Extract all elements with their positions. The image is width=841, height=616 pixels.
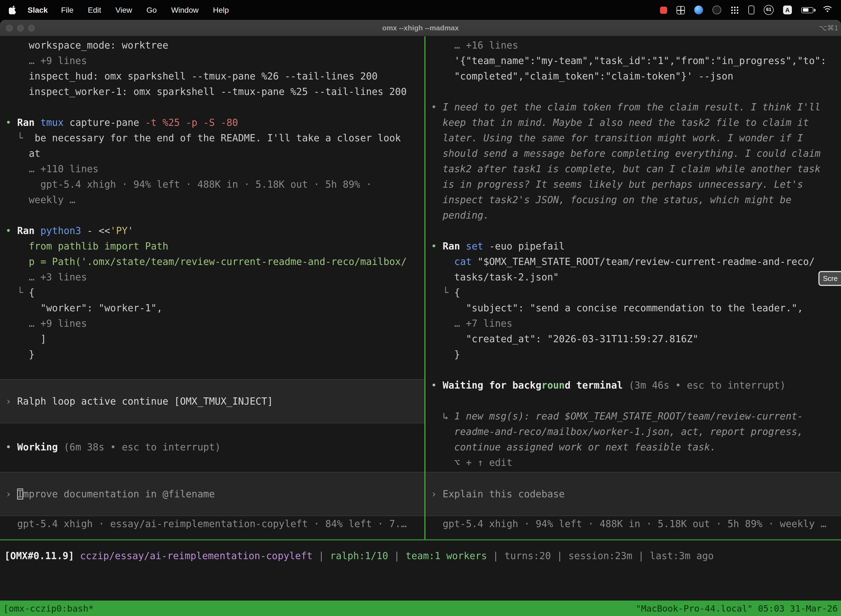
tmux-status-bar: [omx-cczip0:bash* "MacBook-Pro-44.local"… — [0, 601, 841, 616]
terminal-line: tasks/task-2.json" — [431, 269, 841, 285]
terminal-line: later. Using the same for transition mig… — [431, 130, 841, 146]
terminal-line: ] — [6, 331, 424, 347]
battery-fill — [803, 8, 809, 12]
terminal-blank-line — [431, 84, 841, 99]
tmux-host-clock: "MacBook-Pro-44.local" 05:03 31-Mar-26 — [636, 603, 838, 613]
terminal-window: omx --xhigh --madmax ⌥⌘1 workspace_mode:… — [0, 20, 841, 616]
terminal-line: at — [6, 146, 424, 161]
device-icon[interactable] — [748, 6, 755, 14]
terminal-line: ↳ 1 new msg(s): read $OMX_TEAM_STATE_ROO… — [431, 408, 841, 424]
pane-bottom-border — [0, 539, 841, 540]
terminal-line: '{"team_name":"my-team","task_id":"1","f… — [431, 53, 841, 69]
terminal-line: └ { — [6, 285, 424, 300]
terminal-line: … +3 lines — [6, 269, 424, 285]
terminal-line: is in progress? It seems likely but perh… — [431, 177, 841, 192]
screen: Slack FileEditViewGoWindowHelp 61 A — [0, 0, 841, 616]
terminal-blank-line — [431, 223, 841, 238]
blue-app-icon[interactable] — [694, 6, 703, 14]
terminal-line: gpt-5.4 xhigh · 94% left · 488K in · 5.1… — [6, 177, 424, 192]
menu-item-edit[interactable]: Edit — [88, 6, 101, 14]
input-source-icon[interactable]: A — [783, 6, 792, 14]
terminal-line: cat "$OMX_TEAM_STATE_ROOT/team/review-cu… — [431, 254, 841, 269]
window-title: omx --xhigh --madmax — [0, 24, 841, 32]
tmux-pane-left[interactable]: workspace_mode: worktree … +9 lines insp… — [0, 37, 424, 539]
terminal-line: … +110 lines — [6, 161, 424, 177]
terminal-line: "completed","claim_token":"claim-token"}… — [431, 69, 841, 84]
terminal-line: weekly … — [6, 192, 424, 208]
terminal-blank-line — [431, 393, 841, 408]
battery-icon[interactable] — [801, 7, 813, 13]
terminal-line: should send a message before completing … — [431, 146, 841, 161]
dark-app-icon[interactable] — [712, 6, 721, 14]
apps-grid-icon[interactable] — [731, 6, 739, 14]
screen-recording-stop-icon[interactable] — [660, 6, 667, 13]
menu-item-help[interactable]: Help — [213, 6, 229, 14]
terminal-line: "created_at": "2026-03-31T11:59:27.816Z" — [431, 331, 841, 347]
menu-bar: Slack FileEditViewGoWindowHelp 61 A — [0, 0, 841, 20]
terminal-line: … +9 lines — [6, 316, 424, 331]
prompt-input-box[interactable]: › Ralph loop active continue [OMX_TMUX_I… — [0, 379, 424, 423]
terminal-content: workspace_mode: worktree … +9 lines insp… — [0, 37, 841, 539]
menu-item-file[interactable]: File — [61, 6, 73, 14]
terminal-line: ⌥ + ↑ edit — [431, 455, 841, 470]
prompt-input-box[interactable]: › Improve documentation in @filename — [0, 472, 424, 516]
terminal-blank-line — [431, 362, 841, 378]
menu-status-icons: 61 A — [660, 5, 832, 15]
terminal-line: readme-and-reco/mailbox/worker-1.json, a… — [431, 424, 841, 439]
terminal-line: • Waiting for background terminal (3m 46… — [431, 378, 841, 393]
menu-item-window[interactable]: Window — [171, 6, 199, 14]
tmux-pane-right[interactable]: … +16 lines '{"team_name":"my-team","tas… — [425, 37, 841, 539]
menu-item-go[interactable]: Go — [147, 6, 157, 14]
screen-capture-overlay: Scre — [819, 271, 841, 286]
terminal-line: inspect_worker-1: omx sparkshell --tmux-… — [6, 84, 424, 99]
minimize-button[interactable] — [17, 25, 24, 31]
window-shortcut-hint: ⌥⌘1 — [819, 24, 838, 32]
terminal-blank-line — [6, 208, 424, 223]
prompt-input-box[interactable]: › Explain this codebase — [425, 472, 841, 516]
terminal-line: "subject": "send a concise recommendatio… — [431, 300, 841, 316]
menu-app-name[interactable]: Slack — [28, 6, 48, 14]
traffic-lights — [0, 25, 35, 31]
terminal-line: "worker": "worker-1", — [6, 300, 424, 316]
terminal-line: p = Path('.omx/state/team/review-current… — [6, 254, 424, 269]
close-button[interactable] — [6, 25, 13, 31]
terminal-line: inspect task2's JSON, focusing on the st… — [431, 192, 841, 208]
terminal-line: └ { — [431, 285, 841, 300]
terminal-line: gpt-5.4 xhigh · essay/ai-reimplementatio… — [6, 516, 424, 532]
terminal-line: • Working (6m 38s • esc to interrupt) — [6, 439, 424, 455]
terminal-line: • Ran python3 - <<'PY' — [6, 223, 424, 238]
terminal-line: } — [6, 347, 424, 362]
terminal-line: } — [431, 347, 841, 362]
terminal-line: • Ran tmux capture-pane -t %25 -p -S -80 — [6, 115, 424, 130]
wifi-icon[interactable] — [823, 5, 832, 15]
prompt-text: › Explain this codebase — [431, 486, 841, 502]
omx-status-line: [OMX#0.11.9] cczip/essay/ai-reimplementa… — [0, 548, 841, 563]
terminal-line: └ be necessary for the end of the README… — [6, 130, 424, 146]
terminal-line: workspace_mode: worktree — [6, 38, 424, 53]
terminal-line: task2 after task1 is complete, but can I… — [431, 161, 841, 177]
window-title-bar[interactable]: omx --xhigh --madmax ⌥⌘1 — [0, 20, 841, 37]
badge-61-icon[interactable]: 61 — [764, 5, 774, 15]
terminal-line: pending. — [431, 208, 841, 223]
terminal-line: continue assigned work or next feasible … — [431, 439, 841, 455]
terminal-line: from pathlib import Path — [6, 238, 424, 254]
terminal-line: gpt-5.4 xhigh · 94% left · 488K in · 5.1… — [431, 516, 841, 532]
prompt-text: › Improve documentation in @filename — [6, 486, 424, 502]
menu-items: FileEditViewGoWindowHelp — [61, 6, 229, 14]
terminal-line: inspect_hud: omx sparkshell --tmux-pane … — [6, 69, 424, 84]
terminal-line: keep that in mind. Maybe I also need the… — [431, 115, 841, 130]
apple-menu-icon[interactable] — [9, 6, 16, 14]
terminal-line: • Ran set -euo pipefail — [431, 238, 841, 254]
zoom-button[interactable] — [28, 25, 35, 31]
tmux-session-info: [omx-cczip0:bash* — [3, 603, 94, 613]
window-grid-icon[interactable] — [677, 6, 685, 14]
prompt-text: › Ralph loop active continue [OMX_TMUX_I… — [6, 393, 424, 409]
terminal-line: … +9 lines — [6, 53, 424, 69]
menu-item-view[interactable]: View — [116, 6, 132, 14]
terminal-line: … +7 lines — [431, 316, 841, 331]
terminal-blank-line — [6, 99, 424, 115]
terminal-line: … +16 lines — [431, 38, 841, 53]
terminal-line: • I need to get the claim token from the… — [431, 99, 841, 115]
